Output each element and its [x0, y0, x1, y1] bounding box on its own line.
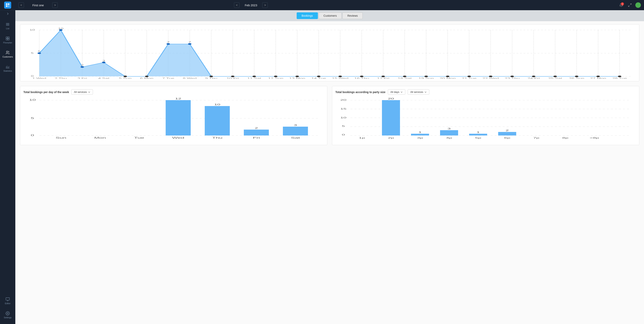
svg-text:13 Mon: 13 Mon: [289, 77, 305, 79]
notifications-btn[interactable]: 2: [618, 2, 624, 8]
tab-bookings[interactable]: Bookings: [297, 12, 318, 19]
next-date-btn[interactable]: >: [262, 2, 268, 8]
svg-point-85: [468, 76, 471, 77]
svg-text:Fri: Fri: [253, 136, 260, 139]
svg-text:20: 20: [388, 98, 394, 100]
svg-rect-133: [166, 100, 191, 135]
svg-point-91: [596, 76, 600, 77]
svg-point-81: [381, 76, 385, 77]
svg-text:1 Wed: 1 Wed: [32, 77, 46, 79]
svg-rect-166: [469, 134, 487, 135]
sidebar: List Floorplan Customers Statistics: [0, 0, 15, 324]
svg-point-74: [231, 76, 234, 77]
sidebar-item-settings-label: Settings: [4, 316, 12, 319]
venue-name: First one: [26, 3, 50, 7]
svg-text:5 Sun: 5 Sun: [119, 77, 132, 79]
svg-point-87: [510, 76, 514, 77]
svg-text:10: 10: [30, 29, 35, 31]
svg-text:19 Sun: 19 Sun: [418, 77, 434, 79]
svg-text:7: 7: [188, 41, 191, 43]
svg-text:10 Fri: 10 Fri: [226, 77, 239, 79]
svg-text:2 Thu: 2 Thu: [54, 77, 67, 79]
svg-rect-10: [6, 39, 8, 40]
svg-point-78: [317, 76, 320, 77]
svg-text:0: 0: [31, 134, 34, 136]
svg-text:21 Tue: 21 Tue: [462, 77, 476, 79]
svg-text:18 Sat: 18 Sat: [398, 77, 412, 79]
svg-text:3 Fri: 3 Fri: [78, 77, 87, 79]
tab-reviews[interactable]: Reviews: [342, 12, 363, 19]
app-logo[interactable]: [4, 1, 11, 9]
topbar-right: 2: [618, 2, 641, 8]
svg-text:Wed: Wed: [172, 136, 184, 139]
sidebar-item-list[interactable]: List: [0, 19, 15, 33]
svg-line-22: [630, 4, 632, 5]
prev-venue-btn[interactable]: <: [18, 2, 24, 8]
prev-date-btn[interactable]: <: [234, 2, 240, 8]
svg-point-90: [575, 76, 578, 77]
sidebar-item-statistics-label: Statistics: [3, 70, 12, 72]
svg-text:23 Thu: 23 Thu: [505, 77, 520, 79]
svg-point-76: [274, 76, 278, 77]
svg-text:6 Mon: 6 Mon: [140, 77, 154, 79]
svg-text:7p: 7p: [533, 137, 539, 139]
svg-rect-136: [205, 106, 230, 135]
svg-point-79: [338, 76, 342, 77]
sidebar-item-editor[interactable]: Editor: [0, 294, 15, 308]
svg-rect-8: [6, 37, 8, 38]
svg-point-86: [489, 76, 492, 77]
svg-text:24 Fri: 24 Fri: [528, 77, 540, 79]
main-content: < First one > < Feb 2023 > 2: [15, 0, 644, 324]
svg-text:8p: 8p: [562, 137, 568, 139]
svg-rect-0: [6, 3, 8, 5]
next-venue-btn[interactable]: >: [52, 2, 58, 8]
svg-rect-1: [8, 3, 10, 5]
svg-rect-163: [440, 130, 458, 135]
svg-text:2: 2: [81, 64, 84, 66]
svg-text:10: 10: [340, 116, 346, 119]
svg-text:3: 3: [448, 127, 451, 130]
svg-point-75: [252, 76, 256, 77]
svg-rect-169: [498, 132, 516, 135]
svg-point-89: [554, 76, 557, 77]
svg-text:26 Sun: 26 Sun: [569, 77, 584, 79]
svg-text:11 Sat: 11 Sat: [247, 77, 261, 79]
content-area: .grid-line { stroke: #ddd; stroke-width:…: [15, 21, 644, 324]
svg-text:12: 12: [175, 98, 181, 100]
weekly-bar-chart: .bar-label{font-size:12px;fill:#666;} .b…: [24, 98, 324, 141]
svg-point-80: [360, 76, 364, 77]
sidebar-item-floorplan-label: Floorplan: [3, 41, 12, 44]
party-chart-title: Total bookings according to party size: [335, 90, 386, 94]
svg-text:17 Fri: 17 Fri: [377, 77, 390, 79]
notification-badge: 2: [621, 2, 624, 5]
svg-text:28 Tue: 28 Tue: [612, 77, 627, 79]
sidebar-item-settings[interactable]: Settings: [0, 308, 15, 322]
svg-point-68: [102, 62, 106, 63]
svg-text:2: 2: [255, 127, 258, 129]
svg-text:7 Tue: 7 Tue: [162, 77, 174, 79]
current-date: Feb 2023: [241, 3, 261, 7]
user-avatar[interactable]: [635, 2, 641, 8]
weekly-services-dropdown[interactable]: All services: [71, 89, 93, 95]
sidebar-item-statistics[interactable]: Statistics: [0, 61, 15, 75]
svg-rect-142: [283, 127, 308, 135]
party-chart-panel: Total bookings according to party size A…: [332, 86, 639, 145]
sidebar-item-editor-label: Editor: [5, 302, 10, 305]
svg-text:25 Sat: 25 Sat: [548, 77, 562, 79]
sidebar-expand-btn[interactable]: [0, 10, 15, 17]
party-chart-header: Total bookings according to party size A…: [335, 89, 636, 95]
tab-customers[interactable]: Customers: [319, 12, 342, 19]
sidebar-item-floorplan[interactable]: Floorplan: [0, 33, 15, 47]
svg-point-83: [424, 76, 428, 77]
svg-rect-9: [8, 37, 9, 38]
svg-text:Thu: Thu: [212, 136, 222, 139]
sidebar-item-customers[interactable]: Customers: [0, 47, 15, 61]
fullscreen-btn[interactable]: [627, 2, 633, 8]
svg-text:0: 0: [342, 134, 345, 136]
svg-point-66: [59, 29, 62, 31]
party-services-dropdown[interactable]: All services: [408, 89, 429, 95]
svg-point-69: [124, 76, 127, 77]
svg-text:3: 3: [102, 59, 105, 62]
svg-text:3: 3: [294, 124, 297, 126]
party-days-dropdown[interactable]: All days: [388, 89, 406, 95]
